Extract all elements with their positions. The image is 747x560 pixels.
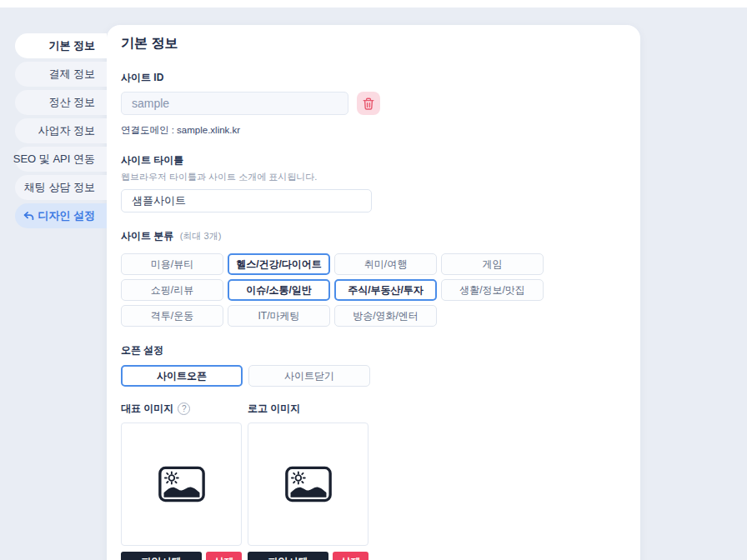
category-label-suffix: (최대 3개) <box>180 231 222 241</box>
site-id-section: 사이트 ID 연결도메인 : sa <box>121 71 624 137</box>
site-category-section: 사이트 분류 (최대 3개) 미용/뷰티헬스/건강/다이어트취미/여행게임쇼핑/… <box>121 228 624 327</box>
site-id-input[interactable] <box>121 92 348 115</box>
category-option[interactable]: 격투/운동 <box>121 305 223 327</box>
image-placeholder-icon <box>285 466 332 502</box>
rep-image-dropzone[interactable] <box>121 422 242 546</box>
sidebar-item-business-info[interactable]: 사업자 정보 <box>15 118 107 143</box>
rep-image-label: 대표 이미지 <box>121 402 173 416</box>
sidebar-item-basic-info[interactable]: 기본 정보 <box>15 33 107 58</box>
category-option[interactable]: 이슈/소통/일반 <box>228 279 330 301</box>
sidebar-item-label: 채팅 상담 정보 <box>24 175 95 200</box>
category-option[interactable]: 헬스/건강/다이어트 <box>228 253 330 275</box>
category-option[interactable]: IT/마케팅 <box>228 305 330 327</box>
category-option[interactable]: 주식/부동산/투자 <box>334 279 437 301</box>
site-id-label: 사이트 ID <box>121 71 624 85</box>
basic-info-card: 기본 정보 사이트 ID <box>107 25 640 560</box>
open-setting-label: 오픈 설정 <box>121 343 624 358</box>
back-arrow-icon <box>23 211 34 221</box>
open-setting-options: 사이트오픈사이트닫기 <box>121 365 624 387</box>
rep-image-delete-button[interactable]: 삭제 <box>206 552 242 560</box>
sidebar-item-label: SEO 및 API 연동 <box>13 147 95 172</box>
sidebar-item-label: 결제 정보 <box>48 62 95 87</box>
images-section: 대표 이미지 ? 로고 이미지 <box>121 402 624 560</box>
site-title-section: 사이트 타이틀 웹브라우저 타이틀과 사이트 소개에 표시됩니다. <box>121 153 624 212</box>
sidebar-item-design-setting[interactable]: 디자인 설정 <box>15 203 107 228</box>
delete-site-id-button[interactable] <box>357 92 380 115</box>
logo-image-file-select-button[interactable]: 파일선택 <box>248 552 328 560</box>
open-setting-option[interactable]: 사이트닫기 <box>248 365 370 387</box>
site-title-label: 사이트 타이틀 <box>121 153 624 168</box>
category-option[interactable]: 취미/여행 <box>334 253 437 275</box>
logo-image-delete-button[interactable]: 삭제 <box>333 552 368 560</box>
page-title: 기본 정보 <box>121 35 624 52</box>
logo-image-label: 로고 이미지 <box>248 402 300 416</box>
settings-page: 기본 정보결제 정보정산 정보사업자 정보SEO 및 API 연동채팅 상담 정… <box>0 0 747 560</box>
top-strip <box>0 0 747 8</box>
sidebar-item-chat-info[interactable]: 채팅 상담 정보 <box>15 175 107 200</box>
category-grid: 미용/뷰티헬스/건강/다이어트취미/여행게임쇼핑/리뷰이슈/소통/일반주식/부동… <box>121 253 554 327</box>
category-option[interactable]: 게임 <box>441 253 544 275</box>
open-setting-option[interactable]: 사이트오픈 <box>121 365 243 387</box>
sidebar: 기본 정보결제 정보정산 정보사업자 정보SEO 및 API 연동채팅 상담 정… <box>15 33 107 228</box>
category-option[interactable]: 미용/뷰티 <box>121 253 223 275</box>
category-option[interactable]: 생활/정보/맛집 <box>441 279 544 301</box>
sidebar-item-label: 사업자 정보 <box>38 118 95 143</box>
category-label: 사이트 분류 <box>121 230 173 242</box>
sidebar-item-seo-api[interactable]: SEO 및 API 연동 <box>15 147 107 172</box>
rep-image-file-select-button[interactable]: 파일선택 <box>121 552 202 560</box>
sidebar-item-label: 정산 정보 <box>48 90 95 115</box>
sidebar-item-payment-info[interactable]: 결제 정보 <box>15 62 107 87</box>
image-placeholder-icon <box>158 466 205 502</box>
trash-icon <box>363 98 374 110</box>
logo-image-dropzone[interactable] <box>248 422 368 546</box>
sidebar-item-settle-info[interactable]: 정산 정보 <box>15 90 107 115</box>
help-question-icon[interactable]: ? <box>178 402 190 415</box>
connected-domain-note: 연결도메인 : sample.xlink.kr <box>121 124 624 137</box>
sidebar-item-label: 디자인 설정 <box>38 203 95 228</box>
site-title-help: 웹브라우저 타이틀과 사이트 소개에 표시됩니다. <box>121 171 624 183</box>
sidebar-item-label: 기본 정보 <box>48 33 95 58</box>
site-title-input[interactable] <box>121 189 372 212</box>
category-option[interactable]: 방송/영화/엔터 <box>334 305 437 327</box>
category-option[interactable]: 쇼핑/리뷰 <box>121 279 223 301</box>
open-setting-section: 오픈 설정 사이트오픈사이트닫기 <box>121 343 624 387</box>
